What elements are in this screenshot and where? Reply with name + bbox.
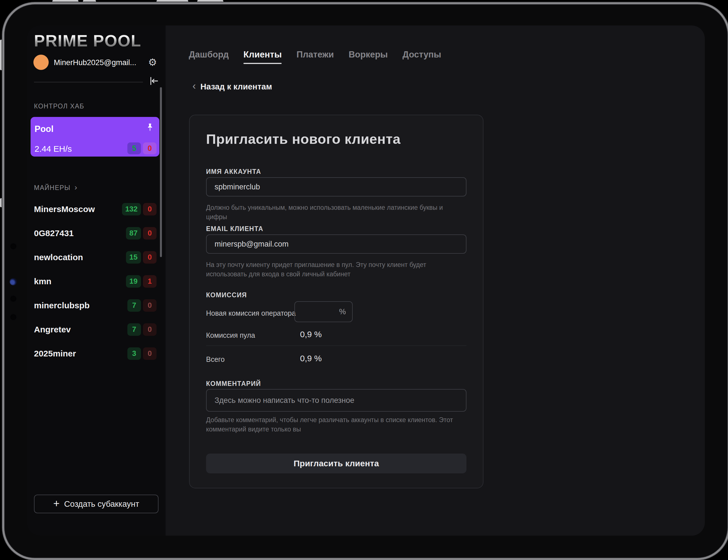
chevron-right-icon: › xyxy=(74,183,78,192)
bezel-sensor-dot xyxy=(10,295,17,302)
card-title: Пригласить нового клиента xyxy=(206,131,400,147)
client-email-input[interactable] xyxy=(206,234,466,254)
plus-icon: + xyxy=(53,497,59,510)
miner-badges: 3 0 xyxy=(127,347,157,360)
commission-label: КОМИССИЯ xyxy=(206,291,247,299)
offline-count-badge: 0 xyxy=(143,203,157,215)
online-count-badge: 7 xyxy=(127,299,141,312)
miner-row[interactable]: newlocation 15 0 xyxy=(31,245,159,269)
miner-name: 2025miner xyxy=(34,349,127,358)
bezel-sensor-dot xyxy=(10,313,17,321)
tab-access[interactable]: Доступы xyxy=(402,50,441,64)
miner-row[interactable]: kmn 19 1 xyxy=(31,269,159,293)
miners-list: MinersMoscow 132 0 0G827431 87 0 xyxy=(31,197,159,366)
comment-label: КОММЕНТАРИЙ xyxy=(206,380,261,388)
settings-gear-icon[interactable]: ⚙ xyxy=(146,56,159,69)
miner-badges: 15 0 xyxy=(126,251,157,264)
online-count-badge: 5 xyxy=(127,142,141,154)
total-commission-label: Всего xyxy=(206,355,225,364)
account-name-label: ИМЯ АККАУНТА xyxy=(206,168,261,176)
tab-clients[interactable]: Клиенты xyxy=(244,50,282,64)
offline-count-badge: 0 xyxy=(143,347,157,360)
offline-count-badge: 0 xyxy=(143,323,157,336)
avatar[interactable] xyxy=(33,55,49,70)
account-email[interactable]: MinerHub2025@gmail... xyxy=(54,58,144,67)
operator-commission-field: % xyxy=(295,301,353,322)
sidebar-item-pool[interactable]: Pool 2.44 EH/s 5 0 xyxy=(31,117,159,157)
miner-name: newlocation xyxy=(34,253,126,262)
sidebar-divider xyxy=(34,82,143,82)
tab-payments[interactable]: Платежи xyxy=(296,50,334,64)
collapse-sidebar-icon[interactable] xyxy=(149,76,159,86)
pool-name: Pool xyxy=(35,124,54,134)
miner-name: kmn xyxy=(34,277,126,286)
miner-row[interactable]: Angretev 7 0 xyxy=(31,317,159,341)
miner-row[interactable]: 0G827431 87 0 xyxy=(31,221,159,245)
miner-name: minerclubspb xyxy=(34,301,127,310)
offline-count-badge: 0 xyxy=(143,299,157,312)
offline-count-badge: 0 xyxy=(143,227,157,240)
tablet-frame: PRIME POOL MinerHub2025@gmail... ⚙ КОНТР… xyxy=(2,2,728,560)
miner-row[interactable]: MinersMoscow 132 0 xyxy=(31,197,159,221)
top-nav-tabs: Дашборд Клиенты Платежи Воркеры Доступы xyxy=(189,50,441,64)
app-logo: PRIME POOL xyxy=(34,31,141,50)
online-count-badge: 132 xyxy=(122,203,141,215)
pin-icon[interactable] xyxy=(145,123,155,132)
back-to-clients-link[interactable]: ‹ Назад к клиентам xyxy=(193,82,272,92)
offline-count-badge: 1 xyxy=(143,275,157,288)
online-count-badge: 7 xyxy=(127,323,141,336)
create-subaccount-label: Создать субаккаунт xyxy=(64,499,139,509)
offline-count-badge: 0 xyxy=(143,251,157,264)
miner-badges: 132 0 xyxy=(122,203,157,215)
operator-commission-label: Новая комиссия оператора xyxy=(206,309,296,317)
pool-badges: 5 0 xyxy=(127,142,157,154)
invite-client-card: Пригласить нового клиента ИМЯ АККАУНТА Д… xyxy=(189,115,483,488)
app-screen: PRIME POOL MinerHub2025@gmail... ⚙ КОНТР… xyxy=(27,25,705,536)
account-name-helper: Должно быть уникальным, можно использова… xyxy=(206,203,455,222)
pool-hashrate: 2.44 EH/s xyxy=(35,144,72,154)
comment-input[interactable] xyxy=(206,389,466,412)
client-email-helper: На эту почту клиенту придет приглашение … xyxy=(206,260,455,279)
pool-commission-label: Комиссия пула xyxy=(206,331,255,339)
section-control-hub: КОНТРОЛ ХАБ xyxy=(34,102,84,110)
chevron-left-icon: ‹ xyxy=(193,80,196,92)
bezel-sensor-dot xyxy=(10,243,17,250)
online-count-badge: 3 xyxy=(127,347,141,360)
tab-dashboard[interactable]: Дашборд xyxy=(189,50,229,64)
online-count-badge: 19 xyxy=(126,275,141,288)
sidebar: PRIME POOL MinerHub2025@gmail... ⚙ КОНТР… xyxy=(27,25,166,536)
miner-name: 0G827431 xyxy=(34,228,126,238)
sidebar-scrollbar[interactable] xyxy=(160,87,162,257)
miner-badges: 19 1 xyxy=(126,275,157,288)
online-count-badge: 87 xyxy=(126,227,141,240)
account-name-input[interactable] xyxy=(206,177,466,196)
offline-count-badge: 0 xyxy=(143,142,157,154)
page-canvas: PRIME POOL MinerHub2025@gmail... ⚙ КОНТР… xyxy=(0,0,728,560)
miner-name: MinersMoscow xyxy=(34,204,122,214)
comment-helper: Добавьте комментарий, чтобы легче различ… xyxy=(206,415,455,434)
commission-divider xyxy=(206,345,466,346)
back-link-label: Назад к клиентам xyxy=(200,82,272,91)
client-email-label: EMAIL КЛИЕНТА xyxy=(206,225,263,233)
miner-row[interactable]: minerclubspb 7 0 xyxy=(31,293,159,317)
miner-badges: 7 0 xyxy=(127,323,157,336)
miners-section-label: МАЙНЕРЫ xyxy=(34,184,71,191)
create-subaccount-button[interactable]: + Создать субаккаунт xyxy=(34,495,159,513)
front-camera-icon xyxy=(10,278,17,285)
miner-row[interactable]: 2025miner 3 0 xyxy=(31,341,159,366)
total-commission-value: 0,9 % xyxy=(300,354,322,363)
online-count-badge: 15 xyxy=(126,251,141,264)
invite-client-button[interactable]: Пригласить клиента xyxy=(206,454,466,473)
main-content: Дашборд Клиенты Платежи Воркеры Доступы … xyxy=(166,25,705,536)
miner-badges: 87 0 xyxy=(126,227,157,240)
tab-workers[interactable]: Воркеры xyxy=(349,50,388,64)
pool-commission-value: 0,9 % xyxy=(300,330,322,339)
miner-name: Angretev xyxy=(34,325,127,334)
miner-badges: 7 0 xyxy=(127,299,157,312)
percent-suffix: % xyxy=(339,307,346,316)
section-miners[interactable]: МАЙНЕРЫ› xyxy=(34,183,78,192)
